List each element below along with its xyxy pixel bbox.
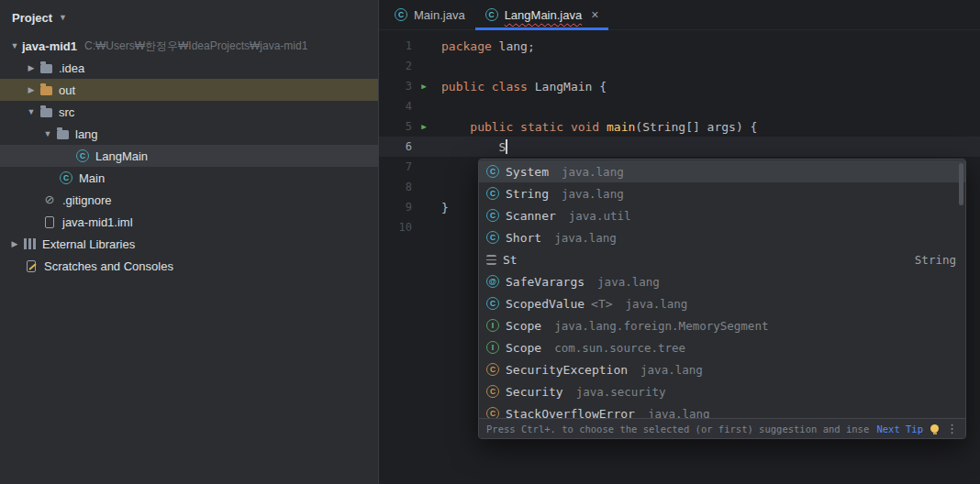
completion-item-name: Scanner (506, 209, 556, 223)
tree-item-main[interactable]: CMain (0, 167, 378, 189)
tree-item-scratches-and-consoles[interactable]: Scratches and Consoles (0, 255, 378, 277)
completion-item-st[interactable]: StString (479, 248, 965, 270)
kebab-menu-icon[interactable]: ⋮ (946, 422, 958, 435)
tree-item-langmain[interactable]: CLangMain (0, 145, 378, 167)
chevron-down-icon[interactable]: ▼ (40, 129, 55, 138)
project-panel: Project ▼ ▼java-mid1C:₩Users₩한정우₩IdeaPro… (0, 0, 379, 484)
class-icon: C (486, 297, 499, 310)
completion-item-name: SafeVarargs (506, 275, 585, 289)
class-icon: C (486, 231, 499, 244)
completion-item-type: String (915, 253, 956, 267)
tree-item-external-libraries[interactable]: ▶External Libraries (0, 233, 378, 255)
chevron-down-icon[interactable]: ▼ (7, 41, 22, 50)
completion-item-package: java.lang (562, 165, 624, 179)
tree-item-idea[interactable]: ▶.idea (0, 57, 378, 79)
code-text: S (436, 139, 507, 154)
tree-item-java-mid1[interactable]: ▼java-mid1C:₩Users₩한정우₩IdeaProjects₩java… (0, 35, 378, 57)
class-icon: C (486, 209, 499, 222)
run-icon[interactable]: ▶ (412, 82, 436, 91)
line-number: 4 (379, 100, 412, 113)
tree-item-label: java-mid1 (22, 39, 77, 53)
completion-item-name: St (503, 253, 518, 267)
code-line-4[interactable]: 4 (379, 96, 980, 116)
completion-item-stackoverflowerror[interactable]: CStackOverflowErrorjava.lang (479, 402, 965, 418)
code-line-6[interactable]: 6 S (379, 137, 980, 157)
generics-text: <T> (591, 297, 612, 311)
completion-item-string[interactable]: CStringjava.lang (479, 182, 965, 204)
next-tip-link[interactable]: Next Tip (876, 424, 923, 434)
tree-item-java-mid1-iml[interactable]: java-mid1.iml (0, 211, 378, 233)
module-file-icon (42, 214, 57, 229)
interface-icon: I (486, 319, 499, 332)
tab-main-java[interactable]: CMain.java (384, 0, 475, 29)
tree-item-label: LangMain (95, 149, 148, 163)
completion-item-name: Scope (506, 341, 541, 355)
tree-item-src[interactable]: ▼src (0, 101, 378, 123)
class-icon: C (59, 170, 73, 185)
code-text: package lang; (436, 39, 535, 53)
tree-item-label: out (59, 83, 75, 97)
class-icon: C (395, 8, 407, 21)
completion-item-scope[interactable]: IScopejava.lang.foreign.MemorySegment (479, 314, 965, 336)
editor-tab-bar: CMain.javaCLangMain.java× (379, 0, 980, 30)
tree-item-lang[interactable]: ▼lang (0, 123, 378, 145)
line-number: 5 (379, 120, 412, 133)
code-line-2[interactable]: 2 (379, 56, 980, 76)
chevron-down-icon[interactable]: ▼ (24, 107, 39, 116)
tree-item-out[interactable]: ▶out (0, 79, 378, 101)
completion-item-package: java.lang (562, 187, 624, 201)
completion-item-security[interactable]: CSecurityjava.security (479, 380, 965, 402)
completion-item-package: com.sun.source.tree (554, 341, 685, 355)
tree-item-label: src (59, 105, 74, 119)
chevron-right-icon[interactable]: ▶ (24, 85, 39, 94)
completion-item-safevarargs[interactable]: @SafeVarargsjava.lang (479, 270, 965, 292)
project-path: C:₩Users₩한정우₩IdeaProjects₩java-mid1 (84, 38, 307, 54)
project-panel-header: Project ▼ (0, 0, 378, 35)
completion-item-scopedvalue[interactable]: CScopedValue<T>java.lang (479, 292, 965, 314)
tab-langmain-java[interactable]: CLangMain.java× (475, 0, 609, 29)
run-icon[interactable]: ▶ (412, 122, 436, 131)
completion-item-package: java.lang (648, 407, 710, 419)
completion-item-name: ScopedValue (506, 297, 585, 311)
annotation-icon: @ (486, 275, 499, 288)
line-number: 7 (379, 160, 412, 173)
completion-item-package: java.lang (640, 363, 703, 377)
lightbulb-icon (930, 424, 939, 433)
completion-item-package: java.security (576, 385, 666, 399)
close-icon[interactable]: × (591, 7, 598, 22)
line-number: 2 (379, 60, 412, 72)
project-panel-title[interactable]: Project (12, 11, 52, 25)
code-line-5[interactable]: 5▶ public static void main(String[] args… (379, 116, 980, 137)
code-line-3[interactable]: 3▶public class LangMain { (379, 76, 980, 96)
interface-icon: I (486, 341, 499, 354)
completion-item-short[interactable]: CShortjava.lang (479, 226, 965, 248)
code-line-1[interactable]: 1package lang; (379, 36, 980, 56)
code-editor[interactable]: 1package lang;23▶public class LangMain {… (379, 30, 980, 484)
class-icon: C (76, 149, 89, 162)
code-text: } (436, 201, 449, 214)
chevron-right-icon[interactable]: ▶ (24, 63, 39, 72)
popup-scrollbar[interactable] (959, 163, 963, 205)
completion-item-scope[interactable]: IScopecom.sun.source.tree (479, 336, 965, 358)
completion-item-securityexception[interactable]: CSecurityExceptionjava.lang (479, 358, 965, 380)
completion-item-name: StackOverflowError (506, 407, 635, 419)
completion-item-system[interactable]: CSystemjava.lang (479, 160, 965, 182)
code-text: public static void main(String[] args) { (436, 120, 757, 134)
completion-item-package: java.lang (626, 297, 688, 311)
folder-icon (39, 60, 53, 75)
chevron-right-icon[interactable]: ▶ (7, 239, 22, 248)
line-number: 3 (379, 80, 412, 93)
chevron-down-icon[interactable]: ▼ (59, 13, 67, 22)
completion-popup: CSystemjava.langCStringjava.langCScanner… (478, 159, 966, 439)
folder-icon (39, 104, 53, 119)
completion-item-scanner[interactable]: CScannerjava.util (479, 204, 965, 226)
tree-item-label: java-mid1.iml (62, 215, 133, 229)
completion-item-name: Short (506, 231, 541, 245)
completion-item-package: java.lang.foreign.MemorySegment (554, 319, 768, 333)
folder-icon (39, 82, 53, 97)
folder-icon (55, 126, 70, 141)
exception-icon: C (486, 407, 499, 418)
text-caret (506, 139, 507, 154)
tree-item-gitignore[interactable]: ⊘.gitignore (0, 189, 378, 211)
tree-item-label: External Libraries (42, 237, 135, 251)
